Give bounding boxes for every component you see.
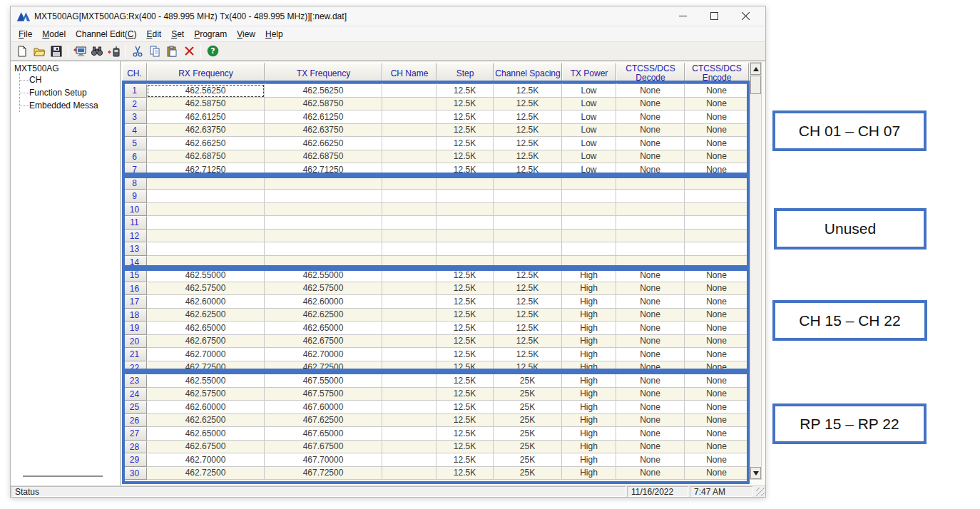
- row-header-17[interactable]: 17: [122, 295, 147, 309]
- cell[interactable]: [685, 190, 749, 203]
- cell[interactable]: [437, 216, 494, 230]
- cell[interactable]: [382, 282, 437, 296]
- cell[interactable]: [382, 150, 437, 164]
- cell[interactable]: Low: [562, 124, 616, 138]
- row-header-22[interactable]: 22: [122, 361, 147, 375]
- cell[interactable]: 12.5K: [437, 427, 494, 441]
- cell[interactable]: High: [562, 309, 616, 322]
- column-header-tx-power[interactable]: TX Power: [562, 63, 616, 84]
- cell[interactable]: 12.5K: [437, 374, 494, 388]
- cell[interactable]: [562, 256, 616, 269]
- cell[interactable]: 462.67500: [265, 335, 382, 349]
- row-header-10[interactable]: 10: [122, 203, 147, 217]
- cell[interactable]: None: [616, 322, 685, 335]
- cell[interactable]: [147, 242, 265, 256]
- cell[interactable]: [382, 427, 437, 441]
- cell[interactable]: [494, 230, 562, 243]
- cell[interactable]: None: [685, 98, 749, 111]
- menu-item-view[interactable]: View: [232, 28, 260, 41]
- row-header-7[interactable]: 7: [122, 163, 147, 177]
- scroll-down-button[interactable]: [750, 467, 761, 479]
- cell[interactable]: Low: [562, 163, 616, 177]
- cell[interactable]: [616, 216, 685, 230]
- cell[interactable]: High: [562, 467, 616, 480]
- cell[interactable]: [382, 110, 437, 124]
- cell[interactable]: None: [616, 98, 685, 111]
- cell[interactable]: None: [616, 137, 685, 150]
- cell[interactable]: 462.60000: [147, 401, 265, 414]
- row-header-11[interactable]: 11: [122, 216, 147, 230]
- cell[interactable]: 12.5K: [437, 414, 494, 428]
- cell[interactable]: None: [685, 150, 749, 164]
- cell[interactable]: 462.66250: [147, 137, 265, 150]
- menu-item-help[interactable]: Help: [260, 28, 288, 41]
- row-header-2[interactable]: 2: [122, 98, 147, 111]
- cell[interactable]: [685, 242, 749, 256]
- cell[interactable]: [147, 230, 265, 243]
- vertical-scrollbar[interactable]: [750, 62, 762, 480]
- cell[interactable]: 12.5K: [494, 295, 562, 309]
- cell[interactable]: Low: [562, 98, 616, 111]
- cell[interactable]: 467.57500: [265, 388, 382, 401]
- row-header-12[interactable]: 12: [122, 230, 147, 243]
- row-header-3[interactable]: 3: [122, 110, 147, 124]
- cell[interactable]: [437, 242, 494, 256]
- menu-item-program[interactable]: Program: [189, 28, 232, 41]
- cell[interactable]: 462.56250: [265, 84, 382, 98]
- cell[interactable]: None: [616, 163, 685, 177]
- row-header-23[interactable]: 23: [122, 374, 147, 388]
- cell[interactable]: 12.5K: [494, 335, 562, 349]
- cell[interactable]: 12.5K: [494, 322, 562, 335]
- row-header-9[interactable]: 9: [122, 190, 147, 203]
- cell[interactable]: None: [616, 414, 685, 428]
- open-file-button[interactable]: [31, 43, 48, 59]
- cell[interactable]: [382, 269, 437, 282]
- cell[interactable]: 12.5K: [437, 98, 494, 111]
- cell[interactable]: [265, 256, 382, 269]
- cell[interactable]: None: [685, 269, 749, 282]
- cell[interactable]: [147, 177, 265, 190]
- cell[interactable]: 12.5K: [437, 269, 494, 282]
- cell[interactable]: 462.62500: [147, 414, 265, 428]
- column-header-rx-frequency[interactable]: RX Frequency: [147, 63, 265, 84]
- cell[interactable]: None: [685, 427, 749, 441]
- cell[interactable]: None: [616, 295, 685, 309]
- cell[interactable]: None: [685, 401, 749, 414]
- cell[interactable]: 25K: [494, 427, 562, 441]
- cell[interactable]: 12.5K: [437, 348, 494, 361]
- cell[interactable]: [382, 256, 437, 269]
- cell[interactable]: [437, 203, 494, 217]
- cell[interactable]: 467.55000: [265, 374, 382, 388]
- cell[interactable]: 462.60000: [147, 295, 265, 309]
- column-header-tx-frequency[interactable]: TX Frequency: [265, 63, 382, 84]
- cell[interactable]: None: [685, 374, 749, 388]
- row-header-16[interactable]: 16: [122, 282, 147, 296]
- row-header-30[interactable]: 30: [122, 467, 147, 480]
- cell[interactable]: [562, 203, 616, 217]
- cell[interactable]: None: [685, 335, 749, 349]
- tree-item-function-setup[interactable]: Function Setup: [20, 86, 120, 99]
- row-header-26[interactable]: 26: [122, 414, 147, 428]
- cell[interactable]: [265, 216, 382, 230]
- tree-item-ch[interactable]: CH: [20, 73, 120, 86]
- cell[interactable]: None: [616, 374, 685, 388]
- cell[interactable]: None: [685, 110, 749, 124]
- cell[interactable]: [616, 203, 685, 217]
- help-button[interactable]: ?: [204, 43, 221, 59]
- cell[interactable]: None: [685, 441, 749, 454]
- cell[interactable]: None: [616, 110, 685, 124]
- cell[interactable]: [382, 295, 437, 309]
- cell[interactable]: High: [562, 414, 616, 428]
- row-header-27[interactable]: 27: [122, 427, 147, 441]
- row-header-25[interactable]: 25: [122, 401, 147, 414]
- cell[interactable]: [437, 190, 494, 203]
- scrollbar-thumb[interactable]: [750, 76, 761, 94]
- cell[interactable]: [382, 453, 437, 467]
- cell[interactable]: 462.71250: [147, 163, 265, 177]
- cell[interactable]: None: [616, 361, 685, 375]
- row-header-19[interactable]: 19: [122, 322, 147, 335]
- cell[interactable]: None: [616, 124, 685, 138]
- cell[interactable]: 462.61250: [265, 110, 382, 124]
- cell[interactable]: 462.61250: [147, 110, 265, 124]
- cell[interactable]: 12.5K: [494, 309, 562, 322]
